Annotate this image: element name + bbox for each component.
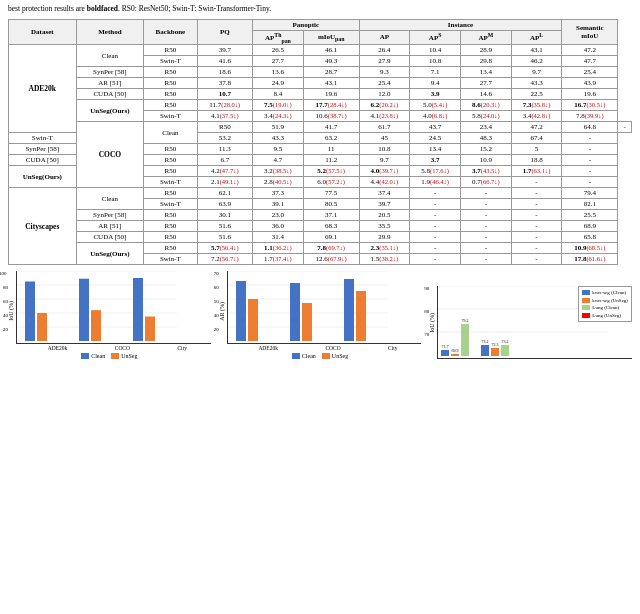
svg-rect-29 [491,348,499,356]
ytick: 70 [424,332,429,337]
val: 64.8 [562,122,618,133]
val: 5.8(17.6↓) [410,166,461,177]
val: 5.8(24.0↓) [460,111,511,122]
val: - [562,144,618,155]
val: 0.7(66.7↓) [460,177,511,188]
val: 68.9 [562,221,618,232]
val: 18.8 [511,155,562,166]
svg-rect-17 [248,299,258,341]
val: 82.1 [562,199,618,210]
ytick: 40 [3,313,8,318]
chart2-xlabels: ADE20k COCO City [227,345,422,351]
val: 36.0 [253,221,304,232]
val: 10.4 [410,45,461,56]
val: 10.8 [410,56,461,67]
chart1-container: IoU (%) 100 80 60 40 20 [8,271,211,359]
val: 9.7 [359,155,410,166]
val: 27.7 [460,78,511,89]
val: 41.7 [303,122,359,133]
intro-text: best protection results are boldfaced. R… [8,4,632,15]
val: 11.2 [303,155,359,166]
method-clean: Clean [76,45,144,67]
svg-text:71.7: 71.7 [442,344,449,349]
val: - [410,188,461,199]
val: - [460,232,511,243]
val: - [511,232,562,243]
chart3-ylabel: IoU (%) [429,313,435,333]
ytick: 60 [3,299,8,304]
val: 15.2 [460,144,511,155]
val: 19.6 [303,89,359,100]
lc1 [582,290,590,295]
val: 69.1 [303,232,359,243]
val: 27.7 [253,56,304,67]
ytick: 100 [0,271,7,276]
val: 10.6(38.7↓) [303,111,359,122]
col-header-apl: APL [511,30,562,45]
val: 51.6 [197,232,252,243]
main-table: Dataset Method Backbone PQ Panoptic Inst… [8,19,632,266]
table-row: ADE20k Clean R50 39.7 26.5 46.1 26.4 10.… [9,45,632,56]
backbone-r50: R50 [144,188,197,199]
legend-unseg: UnSeg [111,353,137,359]
val: 65.8 [562,232,618,243]
table-row: SynPer [58] R50 30.1 23.0 37.1 20.5 - - … [9,210,632,221]
svg-rect-30 [501,345,509,356]
ytick: 40 [214,313,219,318]
ytick: 20 [214,327,219,332]
val: - [511,199,562,210]
val: 3.2(38.5↓) [253,166,304,177]
val: 17.7(28.4↓) [303,100,359,111]
svg-rect-21 [356,291,366,341]
ytick: 70 [214,271,219,276]
val: - [618,122,632,133]
val: 62.1 [197,188,252,199]
val: - [460,188,511,199]
dataset-cityscapes: Cityscapes [9,188,77,265]
col-header-semantic: SemanticmIoU [562,19,618,45]
xlabel-ade: ADE20k [258,345,278,351]
val: 79.4 [562,188,618,199]
val: 3.7 [410,155,461,166]
val: 68.3 [303,221,359,232]
table-row: Cityscapes Clean R50 62.1 37.3 77.5 37.4… [9,188,632,199]
val: 6.0(57.2↓) [303,177,359,188]
val: - [511,177,562,188]
method-unseg: UnSeg(Ours) [76,243,144,265]
val: 19.6 [562,89,618,100]
val: 5.7(56.4↓) [197,243,252,254]
val: - [460,254,511,265]
chart2-legend: Clean UnSeg [292,353,348,359]
val: - [562,133,618,144]
val: 77.5 [303,188,359,199]
legend-item-kvas-unseg: kvas-seg (UnSeg) [582,297,628,305]
val: 1.1(36.2↓) [253,243,304,254]
legend-clean: Clean [292,353,316,359]
backbone-swint: Swin-T [144,111,197,122]
val: - [562,155,618,166]
legend-item-lung-clean: Lung (Clean) [582,304,628,312]
chart1-ylabel: IoU (%) [8,301,14,321]
val: 46.2 [511,56,562,67]
svg-text:72.3: 72.3 [492,342,499,347]
xlabel-ade: ADE20k [48,345,68,351]
method-clean: Clean [144,122,197,144]
val: 4.2(47.7↓) [197,166,252,177]
val: 43.1 [303,78,359,89]
svg-rect-6 [37,313,47,341]
val: - [511,254,562,265]
val: 1.7(37.4↓) [253,254,304,265]
charts-section: IoU (%) 100 80 60 40 20 [8,271,632,359]
backbone-swint: Swin-T [144,177,197,188]
svg-rect-16 [236,281,246,341]
backbone-swint: Swin-T [9,133,77,144]
val: 37.8 [197,78,252,89]
val: 18.6 [197,67,252,78]
page: best protection results are boldfaced. R… [0,0,640,363]
col-header-ap: AP [359,30,410,45]
val: 13.4 [460,67,511,78]
val: 10.9 [460,155,511,166]
xlabel-coco: COCO [115,345,130,351]
val: 17.8(61.6↓) [562,254,618,265]
val: 7.3(35.8↓) [511,100,562,111]
